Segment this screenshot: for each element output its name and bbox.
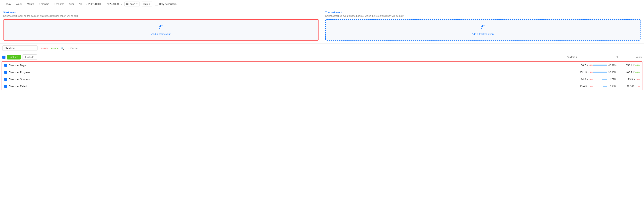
row-percent: 10.94%	[593, 85, 616, 88]
start-event-panel: Start event Select a start event on the …	[0, 8, 322, 43]
event-panels: Start event Select a start event on the …	[0, 8, 644, 43]
period-label: Day	[144, 2, 148, 5]
date-prev-button[interactable]: ‹	[85, 2, 88, 6]
month-button[interactable]: Month	[25, 2, 36, 6]
add-tracked-event-label: Add a tracked event	[472, 32, 494, 35]
row-checkbox[interactable]	[4, 85, 7, 88]
week-button[interactable]: Week	[14, 2, 24, 6]
row-event-name: Checkout Success	[8, 78, 30, 81]
row-visitors: 14.6 K -9%	[566, 78, 593, 81]
add-tracked-event-area[interactable]: Add a tracked event	[325, 19, 641, 40]
row-events: 28.3 K -11%	[616, 85, 640, 88]
row-name-col: Checkout Begin	[4, 64, 566, 67]
row-name-col: Checkout Failed	[4, 85, 566, 88]
add-start-event-area[interactable]: Add a start event	[3, 19, 319, 40]
add-tracked-event-icon	[480, 24, 486, 31]
period-dropdown[interactable]: Day ▼	[142, 1, 152, 6]
add-start-event-label: Add a start event	[152, 32, 170, 35]
cancel-button[interactable]: ✕ Cancel	[66, 46, 80, 50]
cancel-label: Cancel	[70, 47, 78, 49]
row-visitors: 50.7 K -9%	[566, 64, 593, 67]
date-separator: —	[102, 2, 106, 5]
row-event-name: Checkout Begin	[8, 64, 26, 67]
row-percent: 11.77%	[593, 78, 616, 81]
toolbar: Today Week Month 3 months 6 months Year …	[0, 0, 644, 8]
today-button[interactable]: Today	[2, 2, 13, 6]
events-column-header[interactable]: Events	[618, 56, 642, 58]
row-events: 23.9 K -9%	[616, 78, 640, 81]
days-dropdown[interactable]: 30 days ▼	[124, 1, 140, 6]
search-icon[interactable]: 🔍	[60, 47, 64, 50]
only-new-users-wrapper: Only new users	[155, 2, 177, 5]
date-to: 2022.10.31	[107, 2, 120, 5]
row-name-col: Checkout Progress	[4, 71, 566, 74]
filter-include-button[interactable]: Include	[50, 47, 58, 49]
search-input[interactable]	[2, 45, 38, 51]
dropdown-arrow2-icon: ▼	[149, 3, 151, 5]
days-label: 30 days	[126, 2, 135, 5]
sort-icon: ▼	[576, 56, 578, 58]
toggle-row: Include Exclude Visitors ▼ % Events	[0, 53, 644, 61]
6months-button[interactable]: 6 months	[52, 2, 66, 6]
start-event-subtitle: Select a start event on the basis of whi…	[3, 15, 319, 17]
table-row[interactable]: Checkout Success 14.6 K -9% 11.77% 23.9 …	[2, 76, 642, 83]
percent-column-header[interactable]: %	[595, 56, 618, 58]
date-from: 2022.10.01	[88, 2, 101, 5]
row-events: 358.4 K +5%	[616, 64, 640, 67]
tracked-event-panel: Tracked event Select a tracked event on …	[322, 8, 644, 43]
selected-events-box: Checkout Begin 50.7 K -9% 40.92% 358.4 K…	[2, 61, 642, 90]
tracked-event-title: Tracked event	[325, 11, 641, 14]
add-start-event-icon	[158, 24, 164, 31]
include-toggle-button[interactable]: Include	[7, 55, 21, 59]
row-event-name: Checkout Progress	[8, 71, 30, 74]
row-percent: 36.38%	[593, 71, 616, 74]
tracked-event-subtitle: Select a tracked event on the basis of w…	[325, 15, 641, 17]
row-percent: 40.92%	[593, 64, 616, 67]
row-event-name: Checkout Failed	[8, 85, 27, 88]
table-row[interactable]: Checkout Failed 13.6 K -18% 10.94% 28.3 …	[2, 83, 642, 90]
visitors-column-header[interactable]: Visitors ▼	[568, 56, 595, 58]
exclude-toggle-button[interactable]: Exclude	[22, 54, 37, 60]
row-name-col: Checkout Success	[4, 78, 566, 81]
only-new-users-label: Only new users	[159, 2, 177, 5]
row-visitors: 13.6 K -18%	[566, 85, 593, 88]
dropdown-arrow-icon: ▼	[136, 3, 138, 5]
row-visitors: 45.1 K -14%	[566, 71, 593, 74]
3months-button[interactable]: 3 months	[37, 2, 51, 6]
row-events: 408.2 K +6%	[616, 71, 640, 74]
row-checkbox[interactable]	[4, 71, 7, 74]
filter-row: Exclude Include 🔍 ✕ Cancel	[0, 43, 644, 53]
row-checkbox[interactable]	[4, 64, 7, 67]
year-button[interactable]: Year	[67, 2, 76, 6]
all-select-checkbox[interactable]	[2, 56, 6, 59]
filter-exclude-button[interactable]: Exclude	[40, 47, 48, 49]
only-new-users-checkbox[interactable]	[155, 3, 158, 5]
table-row[interactable]: Checkout Progress 45.1 K -14% 36.38% 408…	[2, 69, 642, 76]
all-button[interactable]: All	[77, 2, 84, 6]
cancel-x-icon: ✕	[68, 47, 70, 49]
table-row[interactable]: Checkout Begin 50.7 K -9% 40.92% 358.4 K…	[2, 62, 642, 69]
event-list: Checkout Begin 50.7 K -9% 40.92% 358.4 K…	[0, 61, 644, 90]
start-event-title: Start event	[3, 11, 319, 14]
date-next-button[interactable]: ›	[120, 2, 123, 6]
date-range-wrapper: ‹ 2022.10.01 — 2022.10.31 ›	[85, 2, 123, 6]
row-checkbox[interactable]	[4, 78, 7, 81]
